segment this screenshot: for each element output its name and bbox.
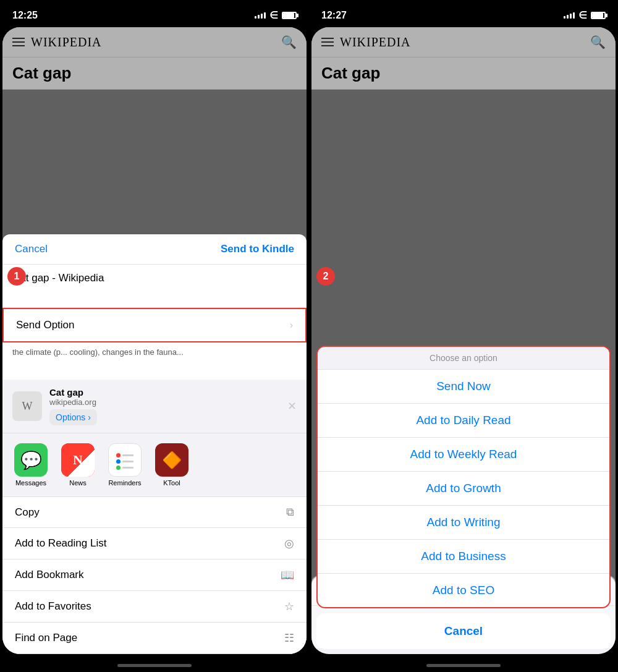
option-send-now[interactable]: Send Now (318, 370, 609, 404)
badge-2: 2 (316, 267, 335, 286)
wiki-content-left: the climate (p... cooling), changes in t… (2, 342, 307, 380)
url-options-button[interactable]: Options › (49, 409, 97, 425)
menu-item-bookmark[interactable]: Add Bookmark 📖 (2, 559, 307, 591)
option-sheet: Choose an option Send Now Add to Daily R… (311, 346, 616, 654)
reading-list-icon: ◎ (284, 537, 294, 550)
option-weekly-read[interactable]: Add to Weekly Read (318, 438, 609, 472)
send-kindle-button-left[interactable]: Send to Kindle (221, 243, 294, 255)
url-site-name: Cat gap (49, 387, 280, 398)
menu-item-find[interactable]: Find on Page ☷ (2, 623, 307, 654)
menu-item-favorites[interactable]: Add to Favorites ☆ (2, 591, 307, 623)
app-label-ktool: KTool (163, 479, 180, 487)
app-icon-ktool[interactable]: 🔶 KTool (153, 443, 190, 487)
find-icon: ☷ (284, 631, 294, 645)
chevron-right-icon: › (290, 320, 293, 331)
app-label-news: News (69, 479, 87, 487)
app-label-messages: Messages (15, 479, 46, 487)
cancel-button-option[interactable]: Cancel (316, 613, 611, 649)
favorites-icon: ☆ (284, 600, 294, 613)
app-icon-news[interactable]: N News (59, 443, 96, 487)
share-menu-left: Copy ⧉ Add to Reading List ◎ Add Bookmar… (2, 497, 307, 654)
option-writing[interactable]: Add to Writing (318, 506, 609, 540)
app-icons-row-left: 💬 Messages N News (2, 433, 307, 497)
app-icon-messages[interactable]: 💬 Messages (12, 443, 49, 487)
send-option-label: Send Option (16, 319, 75, 331)
cancel-card: Cancel (316, 613, 611, 649)
status-icons-right: ∈ (564, 9, 606, 21)
badge-1: 1 (7, 267, 26, 286)
app-icon-reminders[interactable]: Reminders (106, 443, 143, 487)
send-option-row[interactable]: Send Option › (4, 309, 305, 341)
option-card: Choose an option Send Now Add to Daily R… (316, 346, 611, 608)
kindle-header-left: Cancel Send to Kindle (2, 234, 307, 265)
status-time-right: 12:27 (321, 10, 347, 21)
share-sheet-left: Cancel Send to Kindle Cat gap - Wikipedi… (2, 234, 307, 654)
status-time-left: 12:25 (12, 10, 38, 21)
url-domain: wikipedia.org (49, 398, 280, 407)
option-header: Choose an option (318, 347, 609, 370)
kindle-title-input-left[interactable]: Cat gap - Wikipedia (2, 265, 307, 308)
url-close-icon[interactable]: ✕ (287, 399, 297, 413)
option-daily-read[interactable]: Add to Daily Read (318, 404, 609, 438)
copy-icon: ⧉ (286, 506, 294, 519)
bookmark-icon: 📖 (281, 568, 294, 582)
menu-item-copy[interactable]: Copy ⧉ (2, 497, 307, 528)
url-preview-left: W Cat gap wikipedia.org Options › ✕ (2, 380, 307, 433)
cancel-button-left[interactable]: Cancel (15, 243, 48, 255)
menu-item-reading-list[interactable]: Add to Reading List ◎ (2, 528, 307, 559)
option-growth[interactable]: Add to Growth (318, 472, 609, 506)
option-business[interactable]: Add to Business (318, 540, 609, 574)
option-seo[interactable]: Add to SEO (318, 574, 609, 607)
url-thumb-left: W (12, 391, 42, 421)
status-icons-left: ∈ (255, 9, 297, 21)
app-label-reminders: Reminders (108, 479, 141, 487)
